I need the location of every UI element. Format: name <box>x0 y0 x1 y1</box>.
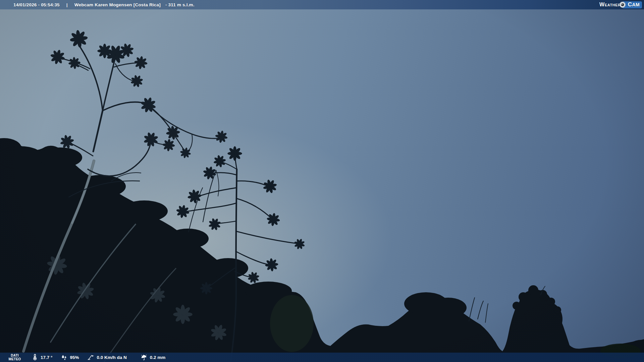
lens-icon <box>619 1 626 8</box>
webcam-title: Webcam Karen Mogensen [Costa Rica] <box>74 2 161 7</box>
temperature-stat: 17.7 ° <box>32 354 52 361</box>
meteo-label: DATI METEO <box>7 354 23 361</box>
webcam-frame: 14/01/2026 - 05:54:35 | Webcam Karen Mog… <box>0 0 644 362</box>
humidity-stat: 95% <box>61 354 79 361</box>
rain-icon <box>140 354 148 361</box>
top-bar: 14/01/2026 - 05:54:35 | Webcam Karen Mog… <box>0 0 644 9</box>
rain-value: 0.2 mm <box>150 355 166 360</box>
thermometer-icon <box>32 354 38 361</box>
altitude-text: - 311 m s.l.m. <box>165 2 195 7</box>
bottom-bar: DATI METEO 17.7 ° 95% <box>0 353 644 362</box>
wind-value: 0.0 Km/h da N <box>97 355 126 360</box>
rain-stat: 0.2 mm <box>140 354 166 361</box>
tree-silhouettes <box>0 0 644 362</box>
temperature-value: 17.7 ° <box>41 355 52 360</box>
logo-cam-badge: Cam <box>622 1 642 8</box>
weathercam-logo: Weather Cam <box>599 1 642 9</box>
wind-stat: 0.0 Km/h da N <box>87 354 126 361</box>
wind-icon <box>87 354 94 361</box>
logo-cam-text: Cam <box>628 1 640 8</box>
datetime-text: 14/01/2026 - 05:54:35 <box>13 2 60 7</box>
humidity-value: 95% <box>70 355 79 360</box>
humidity-icon <box>61 354 67 361</box>
separator: | <box>66 2 68 7</box>
logo-weather-text: Weather <box>599 2 621 8</box>
